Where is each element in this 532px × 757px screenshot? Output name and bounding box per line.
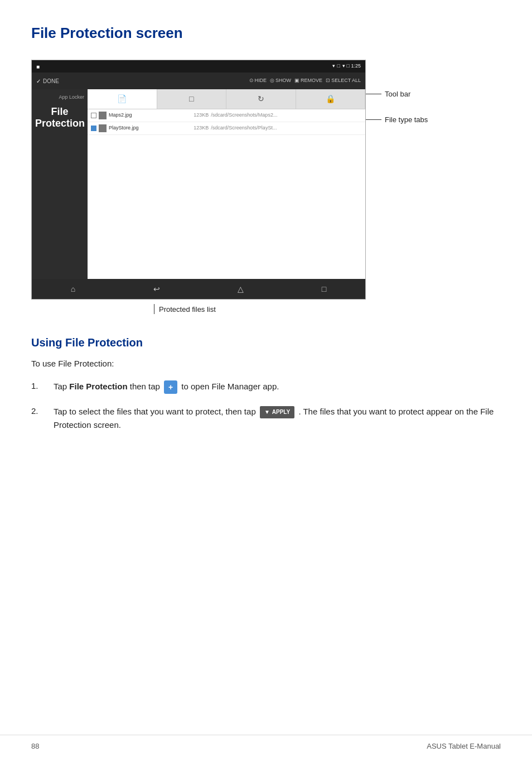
steps-list: 1. Tap File Protection then tap + to ope…: [31, 380, 501, 432]
wifi-icon: ▾: [332, 62, 335, 70]
file-type-icon: [99, 124, 107, 132]
apply-button-icon: ▼ APPLY: [260, 406, 294, 418]
add-button-icon: +: [164, 380, 177, 394]
status-bar-right: ▾ □ ▾ □ 1:25: [332, 62, 361, 70]
tab-locked[interactable]: 🔒: [296, 89, 366, 109]
select-all-label: SELECT ALL: [331, 77, 361, 85]
tab-documents[interactable]: 📄: [88, 89, 157, 109]
toolbar-annotation-label: Tool bar: [385, 89, 410, 100]
file-type-icon: [99, 112, 107, 119]
remove-icon: ▣: [294, 77, 299, 85]
toolbar-left: ✓ DONE: [36, 77, 59, 85]
annotation-line: [366, 119, 381, 120]
apply-label: APPLY: [272, 408, 290, 417]
sidebar: App Locker FileProtection: [32, 89, 88, 279]
page-footer: 88 ASUS Tablet E-Manual: [0, 735, 532, 758]
media-icon: ↻: [258, 93, 264, 105]
show-label: SHOW: [275, 77, 291, 85]
file-name: Maps2.jpg: [109, 112, 184, 119]
page-title: File Protection screen: [31, 22, 501, 44]
locked-icon: 🔒: [326, 93, 335, 105]
manual-title: ASUS Tablet E-Manual: [427, 741, 501, 752]
protected-files-label: Protected files list: [159, 304, 216, 315]
step-content: Tap to select the files that you want to…: [54, 405, 501, 432]
status-bar-left: ■: [36, 62, 40, 71]
status-bar: ■ ▾ □ ▾ □ 1:25: [32, 60, 365, 73]
screen-main: App Locker FileProtection 📄 □ ↻: [32, 89, 365, 279]
tab-images[interactable]: □: [157, 89, 227, 109]
annotation-line: [366, 94, 381, 94]
show-btn[interactable]: ◎ SHOW: [270, 77, 291, 85]
file-size: 123KB: [186, 124, 209, 132]
toolbar: ✓ DONE ⊙ HIDE ◎ SHOW ▣ REMOVE ⊡ SEL: [32, 73, 365, 89]
file-name: PlayStore.jpg: [109, 124, 184, 132]
tabs-row: 📄 □ ↻ 🔒: [88, 89, 365, 109]
apply-icon: ▼: [264, 408, 270, 417]
remove-label: REMOVE: [301, 77, 322, 85]
app-locker-label: App Locker: [32, 89, 88, 104]
file-path: /sdcard/Screenshots/Maps2...: [211, 112, 362, 119]
page-number: 88: [31, 741, 39, 752]
check-icon: ✓: [36, 77, 41, 85]
table-row: PlayStore.jpg 123KB /sdcard/Screenshots/…: [88, 122, 365, 135]
vertical-line: [154, 304, 154, 314]
hide-icon: ⊙: [249, 77, 254, 85]
step-content: Tap File Protection then tap + to open F…: [54, 380, 279, 394]
section-title: Using File Protection: [31, 334, 501, 351]
list-item: 1. Tap File Protection then tap + to ope…: [31, 380, 501, 394]
images-icon: □: [189, 93, 194, 105]
screenshot-section: ■ ▾ □ ▾ □ 1:25 ✓ DONE ⊙ HIDE ◎ SHOW: [31, 60, 501, 300]
file-protection-label: FileProtection: [32, 104, 88, 132]
bottom-nav: ⌂ ↩ △ □: [32, 279, 365, 299]
select-all-icon: ⊡: [326, 77, 330, 85]
device-screenshot: ■ ▾ □ ▾ □ 1:25 ✓ DONE ⊙ HIDE ◎ SHOW: [31, 60, 366, 300]
select-all-btn[interactable]: ⊡ SELECT ALL: [326, 77, 361, 85]
status-icon: ■: [36, 62, 40, 71]
toolbar-annotation: Tool bar: [366, 89, 449, 100]
up-icon[interactable]: △: [238, 283, 244, 295]
overview-icon[interactable]: □: [322, 283, 326, 295]
step-number: 1.: [31, 380, 45, 393]
file-path: /sdcard/Screenshots/PlaySt...: [211, 124, 362, 132]
show-icon: ◎: [270, 77, 274, 85]
file-type-tabs: 📄 □ ↻ 🔒: [88, 89, 365, 279]
remove-btn[interactable]: ▣ REMOVE: [294, 77, 322, 85]
list-item: 2. Tap to select the files that you want…: [31, 405, 501, 432]
toolbar-right: ⊙ HIDE ◎ SHOW ▣ REMOVE ⊡ SELECT ALL: [249, 77, 361, 85]
table-row: Maps2.jpg 123KB /sdcard/Screenshots/Maps…: [88, 109, 365, 122]
protected-files-annotation: Protected files list: [154, 304, 501, 315]
files-list: Maps2.jpg 123KB /sdcard/Screenshots/Maps…: [88, 109, 365, 279]
hide-btn[interactable]: ⊙ HIDE: [249, 77, 267, 85]
file-checkbox[interactable]: [91, 113, 96, 118]
file-size: 123KB: [186, 112, 209, 119]
file-type-tabs-annotation: File type tabs: [366, 114, 449, 126]
documents-icon: 📄: [117, 93, 127, 105]
file-type-tabs-annotation-label: File type tabs: [385, 114, 428, 126]
body-intro: To use File Protection:: [31, 358, 501, 370]
tab-media[interactable]: ↻: [226, 89, 296, 109]
annotation-sidebar: Tool bar File type tabs: [366, 60, 449, 139]
back-icon[interactable]: ↩: [153, 283, 160, 295]
time-display: ▾ □ 1:25: [342, 62, 361, 70]
battery-icon: □: [337, 62, 340, 70]
file-checkbox[interactable]: [91, 126, 96, 131]
done-label: DONE: [43, 77, 59, 85]
hide-label: HIDE: [255, 77, 267, 85]
file-protection-bold: File Protection: [69, 382, 127, 391]
home-icon[interactable]: ⌂: [71, 283, 75, 295]
step-number: 2.: [31, 405, 45, 418]
annotation-tick: [154, 304, 154, 314]
